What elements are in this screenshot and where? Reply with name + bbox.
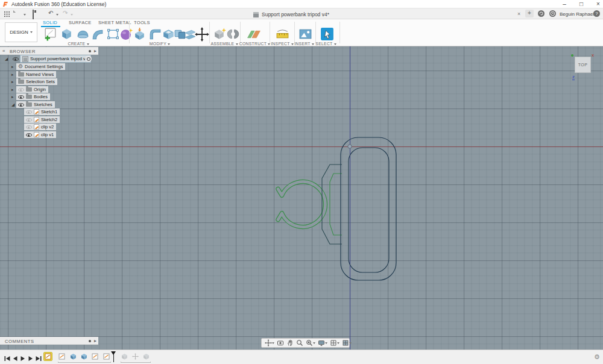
orbit-button[interactable] bbox=[264, 339, 275, 347]
document-tab-close-button[interactable]: × bbox=[517, 11, 520, 17]
redo-caret-icon[interactable] bbox=[71, 14, 73, 16]
browser-root-row[interactable]: ◢ Support powerbank tripod v4 bbox=[5, 55, 90, 62]
timeline-group-bracket bbox=[121, 362, 151, 363]
orbit-icon bbox=[265, 339, 272, 347]
workspace-switcher[interactable]: DESIGN bbox=[5, 22, 37, 42]
sketch-geometry[interactable] bbox=[0, 46, 603, 350]
viewcube-home-dot-icon[interactable] bbox=[571, 54, 573, 57]
visibility-eye-icon[interactable] bbox=[18, 94, 24, 99]
tab-tools[interactable]: TOOLS bbox=[134, 20, 150, 27]
timeline-item-move-suppressed[interactable] bbox=[131, 353, 139, 360]
browser-row-origin[interactable]: ▸ Origin bbox=[11, 86, 48, 93]
timeline-item-extrude-suppressed[interactable] bbox=[121, 353, 128, 360]
browser-row-clip-v1[interactable]: clip v1 bbox=[24, 131, 56, 138]
browser-header[interactable]: « BROWSER ▸ bbox=[0, 47, 98, 55]
collapse-panel-icon[interactable]: « bbox=[2, 48, 5, 54]
browser-row-clip-v2[interactable]: clip v2 bbox=[24, 124, 56, 130]
browser-row-sketches[interactable]: ◢ Sketches bbox=[11, 101, 55, 108]
create-sketch-icon bbox=[43, 27, 58, 42]
browser-row-selection-sets[interactable]: ▸ Selection Sets bbox=[11, 78, 57, 85]
tab-sheet-metal[interactable]: SHEET METAL bbox=[98, 20, 131, 27]
clip-ring-profile[interactable] bbox=[278, 182, 325, 227]
timeline-go-to-start-button[interactable] bbox=[4, 354, 11, 361]
viewports-button[interactable] bbox=[341, 339, 352, 347]
fit-button[interactable] bbox=[305, 339, 316, 347]
expand-arrow-icon[interactable]: ▸ bbox=[11, 80, 16, 84]
visibility-eye-icon[interactable] bbox=[26, 132, 32, 137]
measure-icon bbox=[275, 27, 290, 42]
document-tab[interactable]: Support powerbank tripod v4* bbox=[253, 10, 329, 19]
comments-arrow-icon[interactable]: ▸ bbox=[94, 338, 97, 344]
browser-row-document-settings[interactable]: ▸ ⚙Document Settings bbox=[11, 63, 65, 70]
create-sketch-button[interactable] bbox=[43, 27, 58, 44]
origin-point[interactable] bbox=[348, 145, 352, 148]
visibility-eye-icon[interactable] bbox=[18, 102, 24, 107]
visibility-eye-icon[interactable] bbox=[26, 117, 32, 122]
close-button[interactable]: × bbox=[590, 0, 603, 8]
browser-row-sketch2[interactable]: Sketch2 bbox=[24, 116, 60, 123]
fit-magnifier-icon bbox=[306, 339, 313, 347]
app-grid-menu-icon[interactable] bbox=[4, 11, 10, 17]
bracket-inner-profile[interactable] bbox=[330, 174, 342, 235]
timeline-item-extrude-suppressed[interactable] bbox=[142, 353, 150, 360]
expand-arrow-icon[interactable]: ▸ bbox=[11, 87, 16, 92]
display-caret-icon bbox=[325, 342, 327, 344]
undo-caret-icon[interactable] bbox=[56, 14, 58, 16]
look-at-button[interactable] bbox=[276, 339, 285, 347]
browser-header-arrow-icon[interactable]: ▸ bbox=[94, 48, 97, 54]
visibility-eye-icon[interactable] bbox=[18, 87, 24, 92]
expand-arrow-icon[interactable]: ▸ bbox=[11, 72, 16, 77]
timeline-item-sketch[interactable] bbox=[91, 353, 99, 360]
timeline-play-button[interactable] bbox=[19, 354, 27, 361]
display-settings-button[interactable] bbox=[317, 339, 328, 347]
orbit-caret-icon bbox=[272, 342, 274, 344]
timeline-item-sketch[interactable] bbox=[103, 353, 110, 360]
sync-status-button[interactable] bbox=[538, 10, 545, 17]
view-cube[interactable]: TOP x z bbox=[567, 52, 599, 81]
tab-surface[interactable]: SURFACE bbox=[69, 20, 92, 27]
viewport-canvas[interactable]: TOP x z « BROWSER ▸ ◢ Support powerbank … bbox=[0, 46, 603, 350]
timeline-item-extrude[interactable] bbox=[69, 353, 77, 360]
group-label-select[interactable]: SELECT bbox=[309, 42, 343, 46]
look-at-icon bbox=[277, 339, 284, 347]
expand-arrow-icon[interactable]: ▸ bbox=[11, 64, 16, 69]
timeline-settings-gear-icon[interactable]: ⚙ bbox=[594, 353, 600, 361]
group-label-modify[interactable]: MODIFY bbox=[139, 42, 181, 46]
browser-header-dot-icon bbox=[89, 50, 91, 52]
job-status-button[interactable] bbox=[549, 10, 556, 17]
maximize-button[interactable]: □ bbox=[573, 0, 590, 8]
sketch-icon bbox=[34, 109, 39, 115]
undo-button[interactable]: ↶ bbox=[48, 10, 53, 16]
visibility-eye-icon[interactable] bbox=[26, 109, 32, 115]
browser-row-bodies[interactable]: ▸ Bodies bbox=[11, 93, 50, 100]
new-document-tab-button[interactable]: + bbox=[525, 10, 534, 17]
expand-triangle-icon[interactable]: ◢ bbox=[5, 57, 10, 61]
zoom-button[interactable] bbox=[295, 339, 304, 347]
sync-icon bbox=[538, 10, 545, 17]
activate-component-button[interactable] bbox=[85, 55, 92, 62]
expand-arrow-icon[interactable]: ▸ bbox=[11, 95, 16, 99]
grid-snaps-button[interactable] bbox=[329, 339, 340, 347]
visibility-eye-icon[interactable] bbox=[13, 56, 19, 61]
help-button[interactable]: ? bbox=[593, 10, 600, 17]
browser-row-sketch1[interactable]: Sketch1 bbox=[24, 108, 60, 115]
user-account-button[interactable]: Beguin Raphael bbox=[560, 11, 594, 17]
minimize-button[interactable]: – bbox=[556, 0, 573, 8]
comments-panel-header[interactable]: COMMENTS ▸ bbox=[0, 337, 98, 345]
timeline-step-back-button[interactable] bbox=[11, 354, 19, 361]
timeline-item-sketch[interactable] bbox=[58, 353, 66, 360]
visibility-eye-icon[interactable] bbox=[26, 124, 32, 130]
timeline-go-to-end-button[interactable] bbox=[35, 354, 42, 361]
timeline-item-extrude[interactable] bbox=[80, 353, 88, 360]
timeline-item-sketch-selected[interactable] bbox=[44, 353, 52, 360]
viewcube-face-top[interactable]: TOP bbox=[575, 57, 591, 73]
timeline-position-marker[interactable] bbox=[111, 351, 116, 362]
group-label-create[interactable]: CREATE bbox=[57, 42, 99, 46]
redo-button[interactable]: ↷ bbox=[63, 10, 68, 16]
powerbank-inner-profile[interactable] bbox=[349, 148, 389, 272]
file-caret-icon[interactable] bbox=[24, 14, 26, 16]
expand-triangle-icon[interactable]: ◢ bbox=[11, 102, 16, 107]
pan-button[interactable] bbox=[285, 339, 294, 347]
timeline-step-forward-button[interactable] bbox=[27, 354, 34, 361]
browser-row-named-views[interactable]: ▸ Named Views bbox=[11, 71, 56, 78]
